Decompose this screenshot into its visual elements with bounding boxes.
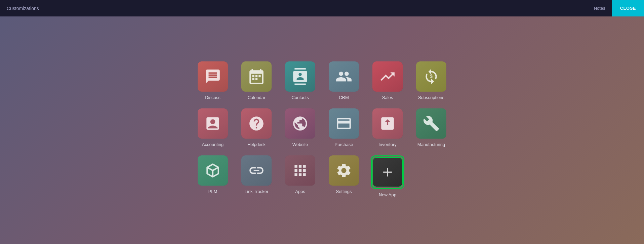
crm-label: CRM — [339, 95, 349, 100]
helpdesk-label: Helpdesk — [247, 142, 266, 147]
header-actions: Notes CLOSE — [587, 0, 644, 16]
sales-label: Sales — [382, 95, 393, 100]
svg-rect-0 — [252, 75, 254, 77]
link-tracker-icon — [241, 155, 272, 186]
contacts-icon — [285, 61, 315, 92]
svg-rect-3 — [252, 78, 254, 80]
website-label: Website — [292, 142, 308, 147]
purchase-icon — [329, 108, 359, 139]
app-settings[interactable]: Settings — [324, 155, 364, 194]
page-title: Customizations — [7, 6, 39, 11]
app-plm[interactable]: PLM — [193, 155, 233, 194]
notes-button[interactable]: Notes — [587, 0, 612, 16]
new-app-icon — [372, 157, 403, 187]
calendar-icon — [241, 61, 272, 92]
link-tracker-label: Link Tracker — [245, 189, 269, 194]
manufacturing-icon — [416, 108, 446, 139]
website-icon — [285, 108, 315, 139]
new-app-label: New App — [379, 192, 396, 197]
inventory-label: Inventory — [378, 142, 396, 147]
close-button[interactable]: CLOSE — [612, 0, 644, 16]
app-subscriptions[interactable]: $ Subscriptions — [411, 61, 451, 100]
settings-label: Settings — [336, 189, 352, 194]
app-crm[interactable]: CRM — [324, 61, 364, 100]
accounting-label: Accounting — [202, 142, 224, 147]
svg-rect-2 — [258, 75, 260, 77]
manufacturing-label: Manufacturing — [417, 142, 445, 147]
app-sales[interactable]: Sales — [367, 61, 408, 100]
app-inventory[interactable]: Inventory — [367, 108, 408, 147]
app-new-app[interactable]: New App — [367, 155, 408, 197]
helpdesk-icon — [241, 108, 272, 139]
svg-text:$: $ — [430, 74, 433, 79]
app-calendar[interactable]: Calendar — [236, 61, 277, 100]
app-contacts[interactable]: Contacts — [280, 61, 320, 100]
contacts-label: Contacts — [291, 95, 309, 100]
calendar-label: Calendar — [248, 95, 266, 100]
purchase-label: Purchase — [335, 142, 353, 147]
app-accounting[interactable]: Accounting — [193, 108, 233, 147]
app-discuss[interactable]: Discuss — [193, 61, 233, 100]
subscriptions-icon: $ — [416, 61, 446, 92]
app-manufacturing[interactable]: Manufacturing — [411, 108, 451, 147]
discuss-label: Discuss — [205, 95, 220, 100]
inventory-icon — [372, 108, 403, 139]
app-link-tracker[interactable]: Link Tracker — [236, 155, 277, 194]
apps-grid: Discuss Calendar Contacts CRM Sales — [193, 61, 451, 199]
plm-icon — [198, 155, 228, 186]
svg-rect-1 — [255, 75, 257, 77]
app-apps[interactable]: Apps — [280, 155, 320, 194]
svg-rect-4 — [255, 78, 257, 80]
accounting-icon — [198, 108, 228, 139]
settings-icon — [329, 155, 359, 186]
app-purchase[interactable]: Purchase — [324, 108, 364, 147]
discuss-icon — [198, 61, 228, 92]
sales-icon — [372, 61, 403, 92]
app-website[interactable]: Website — [280, 108, 320, 147]
apps-label: Apps — [295, 189, 305, 194]
header: Customizations Notes CLOSE — [0, 0, 644, 16]
subscriptions-label: Subscriptions — [418, 95, 444, 100]
crm-icon — [329, 61, 359, 92]
plm-label: PLM — [208, 189, 217, 194]
apps-icon — [285, 155, 315, 186]
main-content: Discuss Calendar Contacts CRM Sales — [0, 16, 644, 244]
app-helpdesk[interactable]: Helpdesk — [236, 108, 277, 147]
